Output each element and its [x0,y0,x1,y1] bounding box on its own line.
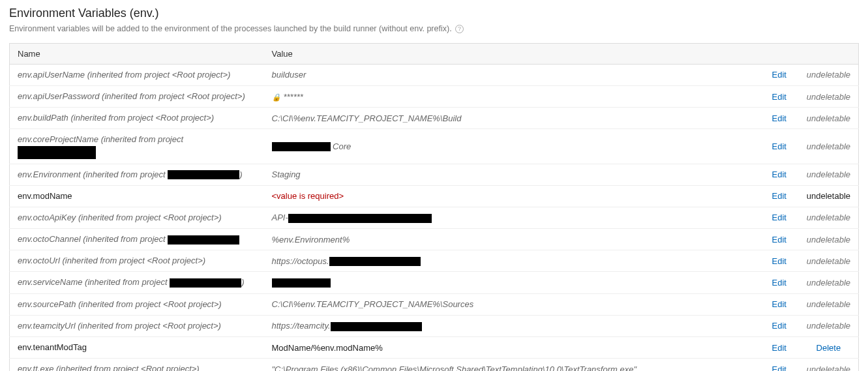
redacted [329,257,421,266]
section-description: Environment variables will be added to t… [9,23,859,35]
var-value: https://teamcity. [264,315,760,336]
var-name: env.octoUrl (inherited from project <Roo… [10,250,264,272]
col-header-delete [799,43,859,64]
var-value: Core [264,129,760,164]
redacted [272,142,331,151]
var-name: env.buildPath (inherited from project <R… [10,108,264,129]
var-name: env.serviceName (inherited from project … [10,272,264,293]
undeletable-label: undeletable [807,256,850,266]
col-header-edit [760,43,799,64]
redacted [272,278,331,288]
lock-icon: 🔒 [272,93,281,102]
table-row: env.octoUrl (inherited from project <Roo… [10,250,859,272]
edit-link[interactable]: Edit [772,92,786,102]
var-value: ModName/%env.modName% [264,337,760,359]
redacted [168,235,239,245]
section-description-text: Environment variables will be added to t… [9,24,452,33]
var-value: "C:\Program Files (x86)\Common Files\Mic… [264,359,760,371]
section-title: Environment Variables (env.) [9,7,859,20]
var-value [264,272,760,293]
env-vars-table: Name Value env.apiUserName (inherited fr… [9,43,859,371]
redacted [170,278,241,288]
var-name: env.sourcePath (inherited from project <… [10,293,264,315]
table-row: env.teamcityUrl (inherited from project … [10,315,859,336]
table-row: env.sourcePath (inherited from project <… [10,293,859,315]
edit-link[interactable]: Edit [772,235,786,245]
edit-link[interactable]: Edit [772,191,786,201]
edit-link[interactable]: Edit [772,299,786,309]
var-value: API- [264,207,760,228]
var-value: C:\CI\%env.TEAMCITY_PROJECT_NAME%\Source… [264,293,760,315]
undeletable-label: undeletable [807,113,850,123]
undeletable-label: undeletable [807,364,850,371]
table-row: env.apiUserPassword (inherited from proj… [10,85,859,107]
undeletable-label: undeletable [807,321,850,331]
undeletable-label: undeletable [807,92,850,102]
var-name: env.teamcityUrl (inherited from project … [10,315,264,336]
edit-link[interactable]: Edit [772,256,786,266]
var-name: env.octoApiKey (inherited from project <… [10,207,264,228]
redacted [331,322,422,331]
var-name: env.modName [10,185,264,207]
var-name: env.octoChannel (inherited from project [10,229,264,250]
edit-link[interactable]: Edit [772,141,786,151]
table-row: env.octoChannel (inherited from project … [10,229,859,250]
edit-link[interactable]: Edit [772,364,786,371]
edit-link[interactable]: Edit [772,321,786,331]
var-name: env.Environment (inherited from project … [10,164,264,185]
table-row: env.octoApiKey (inherited from project <… [10,207,859,228]
var-name: env.apiUserName (inherited from project … [10,64,264,85]
col-header-value: Value [264,43,760,64]
undeletable-label: undeletable [807,141,850,151]
redacted [18,146,96,159]
edit-link[interactable]: Edit [772,70,786,80]
undeletable-label: undeletable [807,70,850,80]
edit-link[interactable]: Edit [772,170,786,179]
table-row: env.serviceName (inherited from project … [10,272,859,293]
table-row: env.apiUserName (inherited from project … [10,64,859,85]
var-name: env.coreProjectName (inherited from proj… [10,129,264,164]
var-value: https://octopus. [264,250,760,272]
help-icon[interactable]: ? [455,25,464,33]
table-row: env.tt.exe (inherited from project <Root… [10,359,859,371]
var-value: builduser [264,64,760,85]
edit-link[interactable]: Edit [772,278,786,288]
table-row: env.Environment (inherited from project … [10,164,859,185]
undeletable-label: undeletable [807,235,850,245]
undeletable-label: undeletable [807,191,850,201]
var-value: %env.Environment% [264,229,760,250]
undeletable-label: undeletable [807,278,850,288]
var-name: env.tt.exe (inherited from project <Root… [10,359,264,371]
redacted [168,170,239,179]
table-row: env.modName<value is required>Editundele… [10,185,859,207]
undeletable-label: undeletable [807,299,850,309]
table-row: env.coreProjectName (inherited from proj… [10,129,859,164]
table-row: env.tenantModTagModName/%env.modName%Edi… [10,337,859,359]
delete-link[interactable]: Delete [816,343,841,353]
var-name: env.tenantModTag [10,337,264,359]
edit-link[interactable]: Edit [772,343,786,353]
undeletable-label: undeletable [807,213,850,222]
var-name: env.apiUserPassword (inherited from proj… [10,85,264,107]
edit-link[interactable]: Edit [772,113,786,123]
col-header-name: Name [10,43,264,64]
var-value: C:\CI\%env.TEAMCITY_PROJECT_NAME%\Build [264,108,760,129]
undeletable-label: undeletable [807,170,850,179]
var-value: Staging [264,164,760,185]
var-value: 🔒****** [264,85,760,107]
var-value: <value is required> [264,185,760,207]
edit-link[interactable]: Edit [772,213,786,222]
table-row: env.buildPath (inherited from project <R… [10,108,859,129]
redacted [288,214,432,223]
